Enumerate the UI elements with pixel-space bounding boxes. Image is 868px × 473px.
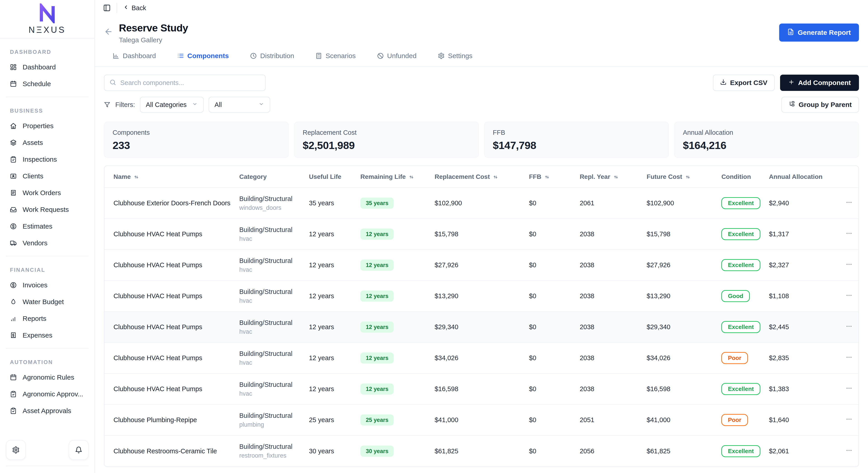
export-csv-button[interactable]: Export CSV (713, 75, 775, 91)
row-actions-button[interactable] (846, 447, 852, 454)
row-actions-button[interactable] (846, 230, 852, 237)
sidebar-item-label: Water Budget (23, 298, 64, 306)
sidebar-item-vendors[interactable]: Vendors (0, 235, 94, 252)
back-button[interactable]: Back (123, 4, 146, 12)
arrow-left-icon (104, 27, 113, 36)
sidebar-item-label: Reports (23, 315, 46, 322)
column-label: FFB (529, 173, 541, 180)
cell-condition: Excellent (721, 188, 769, 219)
row-actions-button[interactable] (846, 261, 852, 268)
tab-label: Components (187, 52, 229, 60)
topbar: Back (95, 0, 868, 16)
sidebar-item-invoices[interactable]: Invoices (0, 277, 94, 294)
row-actions-button[interactable] (846, 292, 852, 299)
sidebar-item-inspections[interactable]: Inspections (0, 151, 94, 168)
content: Export CSV Add Component Filters: All Ca… (95, 67, 868, 473)
cell-repl-year: 2056 (580, 436, 647, 467)
page-back-arrow-button[interactable] (104, 27, 113, 36)
tab-dashboard[interactable]: Dashboard (113, 52, 156, 66)
row-actions-button[interactable] (846, 385, 852, 392)
group-by-parent-button[interactable]: Group by Parent (781, 97, 859, 113)
cell-category: Building/Structuralhvac (239, 312, 309, 343)
tab-components[interactable]: Components (177, 52, 229, 66)
sidebar-item-work-requests[interactable]: Work Requests (0, 201, 94, 218)
status-filter-select[interactable]: All (209, 97, 270, 113)
generate-report-button[interactable]: Generate Report (779, 24, 859, 41)
sidebar-item-properties[interactable]: Properties (0, 118, 94, 134)
stat-label: Replacement Cost (303, 129, 470, 136)
cell-remaining-life: 35 years (360, 188, 435, 219)
remaining-life-badge: 12 years (360, 291, 394, 302)
file-text-icon (787, 29, 794, 35)
tab-unfunded[interactable]: Unfunded (377, 52, 416, 66)
cell-annual-allocation: $2,445 (769, 312, 839, 343)
inbox-icon (10, 206, 17, 213)
tab-scenarios[interactable]: Scenarios (315, 52, 355, 66)
row-actions-button[interactable] (846, 416, 852, 422)
sidebar-item-label: Agronomic Approv... (23, 390, 83, 398)
cell-useful-life: 12 years (309, 249, 360, 280)
category-filter-select[interactable]: All Categories (140, 97, 204, 113)
tab-distribution[interactable]: Distribution (250, 52, 294, 66)
sidebar-item-expenses[interactable]: Expenses (0, 327, 94, 344)
cell-replacement-cost: $29,340 (435, 312, 529, 343)
cell-category: Building/Structuralhvac (239, 249, 309, 280)
settings-icon (438, 53, 445, 59)
sidebar-item-agronomic-rules[interactable]: Agronomic Rules (0, 369, 94, 386)
table-row: Clubhouse HVAC Heat PumpsBuilding/Struct… (104, 312, 859, 343)
filters-row: Filters: All Categories All Group by Par… (104, 97, 859, 113)
cell-replacement-cost: $27,926 (435, 249, 529, 280)
column-label: Future Cost (647, 173, 682, 180)
cell-repl-year: 2038 (580, 374, 647, 405)
calendar-icon (10, 81, 17, 87)
row-actions-button[interactable] (846, 323, 852, 330)
ellipsis-icon (846, 230, 852, 237)
column-header-replacement-cost[interactable]: Replacement Cost (435, 166, 529, 188)
truck-icon (10, 240, 17, 246)
cell-category: Building/Structuralhvac (239, 374, 309, 405)
remaining-life-badge: 12 years (360, 322, 394, 333)
cell-actions (839, 405, 859, 436)
column-label: Replacement Cost (435, 173, 490, 180)
settings-button[interactable] (6, 440, 26, 460)
sidebar-item-estimates[interactable]: Estimates (0, 218, 94, 235)
column-header-future-cost[interactable]: Future Cost (647, 166, 721, 188)
row-actions-button[interactable] (846, 354, 852, 361)
sidebar-item-asset-approvals[interactable]: Asset Approvals (0, 403, 94, 419)
add-component-button[interactable]: Add Component (780, 75, 859, 91)
sidebar-item-agronomic-approv[interactable]: Agronomic Approv... (0, 386, 94, 403)
cell-actions (839, 312, 859, 343)
cell-remaining-life: 30 years (360, 436, 435, 467)
sidebar-item-clients[interactable]: Clients (0, 168, 94, 184)
sidebar-toggle-button[interactable] (103, 4, 111, 12)
sidebar-item-water-budget[interactable]: Water Budget (0, 294, 94, 310)
column-header-name[interactable]: Name (104, 166, 239, 188)
stat-value: $164,216 (683, 139, 850, 151)
layers-icon (10, 139, 17, 146)
condition-badge: Excellent (721, 445, 760, 457)
cell-ffb: $0 (529, 188, 580, 219)
notifications-button[interactable] (69, 440, 89, 460)
cell-actions (839, 249, 859, 280)
row-actions-button[interactable] (846, 199, 852, 206)
sidebar-item-work-orders[interactable]: Work Orders (0, 184, 94, 201)
sidebar-item-schedule[interactable]: Schedule (0, 76, 94, 92)
cell-repl-year: 2038 (580, 249, 647, 280)
topbar-divider (117, 3, 117, 13)
stat-label: FFB (493, 129, 660, 136)
sidebar-item-reports[interactable]: Reports (0, 310, 94, 327)
column-header-ffb[interactable]: FFB (529, 166, 580, 188)
tab-settings[interactable]: Settings (438, 52, 472, 66)
table-row: Clubhouse Restrooms-Ceramic TileBuilding… (104, 436, 859, 467)
column-header-remaining-life[interactable]: Remaining Life (360, 166, 435, 188)
column-header-repl-year[interactable]: Repl. Year (580, 166, 647, 188)
droplet-icon (10, 298, 17, 305)
sort-icon (544, 174, 550, 180)
search-input[interactable] (120, 79, 260, 87)
ellipsis-icon (846, 199, 852, 206)
column-label: Condition (721, 173, 751, 180)
column-header-useful-life: Useful Life (309, 166, 360, 188)
cell-useful-life: 25 years (309, 405, 360, 436)
sidebar-item-assets[interactable]: Assets (0, 134, 94, 151)
sidebar-item-dashboard[interactable]: Dashboard (0, 59, 94, 76)
